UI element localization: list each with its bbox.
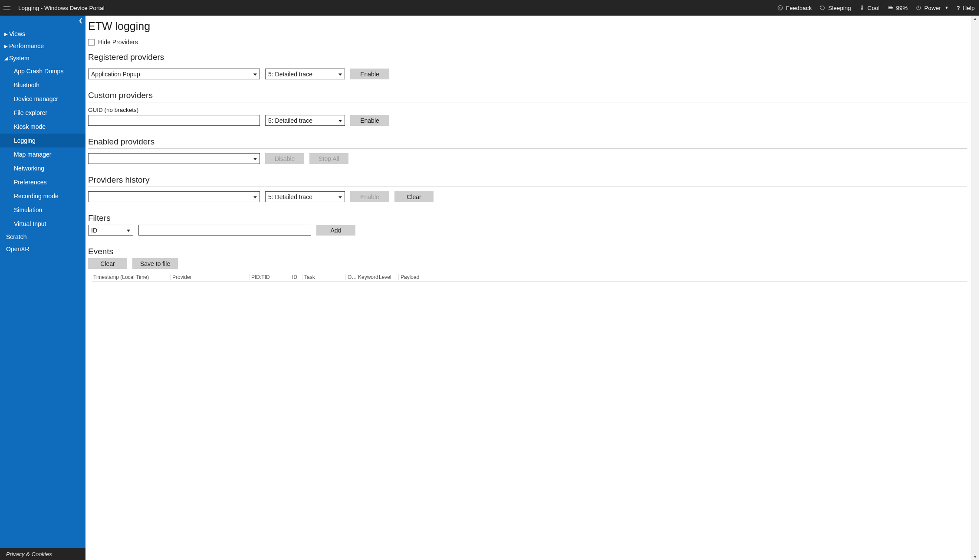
- custom-guid-hint: GUID (no brackets): [88, 107, 969, 113]
- enabled-provider-select[interactable]: [88, 153, 260, 164]
- power-icon: [916, 5, 922, 11]
- registered-level-value: 5: Detailed trace: [268, 71, 312, 78]
- divider: [88, 102, 967, 102]
- col-provider[interactable]: Provider: [171, 274, 250, 280]
- nav-networking[interactable]: Networking: [0, 161, 85, 175]
- hide-providers-label: Hide Providers: [98, 39, 138, 46]
- main-content: ETW logging Hide Providers Registered pr…: [85, 16, 971, 560]
- caret-right-icon: ▶: [4, 32, 8, 36]
- question-icon: ?: [956, 5, 960, 11]
- page-title: ETW logging: [88, 20, 969, 33]
- enabled-stopall-button[interactable]: Stop All: [309, 153, 348, 164]
- registered-providers-heading: Registered providers: [88, 52, 969, 62]
- svg-rect-5: [888, 7, 892, 9]
- nav-virtual-input[interactable]: Virtual Input: [0, 217, 85, 231]
- nav-scratch[interactable]: Scratch: [0, 231, 85, 243]
- collapse-sidebar-icon[interactable]: ❮: [79, 17, 83, 23]
- events-table-header: Timestamp (Local Time) Provider PID:TID …: [92, 273, 967, 282]
- nav-logging[interactable]: Logging: [0, 134, 85, 147]
- enabled-disable-button[interactable]: Disable: [265, 153, 304, 164]
- nav-system[interactable]: ◢ System: [0, 52, 85, 64]
- history-enable-button[interactable]: Enable: [350, 191, 389, 202]
- history-icon: [819, 5, 825, 11]
- divider: [88, 187, 967, 187]
- col-payload[interactable]: Payload: [399, 274, 967, 280]
- caret-right-icon: ▶: [4, 44, 8, 49]
- menu-icon[interactable]: [3, 3, 12, 12]
- power-menu[interactable]: Power ▼: [916, 5, 949, 11]
- vertical-scrollbar[interactable]: ▲ ▼: [971, 16, 979, 560]
- temperature-label: Cool: [867, 5, 880, 11]
- history-provider-select[interactable]: [88, 191, 260, 202]
- custom-guid-input[interactable]: [88, 115, 260, 126]
- nav-simulation[interactable]: Simulation: [0, 203, 85, 217]
- history-level-select[interactable]: 5: Detailed trace: [265, 191, 345, 202]
- svg-rect-4: [892, 7, 893, 8]
- nav-recording-mode[interactable]: Recording mode: [0, 189, 85, 203]
- col-level[interactable]: Level: [377, 274, 399, 280]
- filter-field-value: ID: [91, 227, 97, 234]
- col-keyword[interactable]: Keyword: [356, 274, 377, 280]
- nav-system-label: System: [9, 55, 30, 62]
- custom-level-value: 5: Detailed trace: [268, 117, 312, 124]
- registered-level-select[interactable]: 5: Detailed trace: [265, 69, 345, 79]
- filter-add-button[interactable]: Add: [316, 225, 355, 236]
- events-heading: Events: [88, 247, 969, 256]
- col-pidtid[interactable]: PID:TID: [250, 274, 290, 280]
- nav-kiosk-mode[interactable]: Kiosk mode: [0, 120, 85, 134]
- filters-heading: Filters: [88, 213, 969, 223]
- filter-field-select[interactable]: ID: [88, 225, 133, 236]
- divider: [88, 148, 967, 149]
- battery-label: 99%: [896, 5, 908, 11]
- registered-enable-button[interactable]: Enable: [350, 69, 389, 79]
- temperature-status[interactable]: Cool: [859, 5, 880, 11]
- window-title: Logging - Windows Device Portal: [18, 5, 105, 11]
- nav-openxr[interactable]: OpenXR: [0, 243, 85, 255]
- chevron-down-icon: ▼: [945, 6, 949, 10]
- col-timestamp[interactable]: Timestamp (Local Time): [92, 274, 171, 280]
- help-button[interactable]: ? Help: [956, 5, 975, 11]
- nav-bluetooth[interactable]: Bluetooth: [0, 78, 85, 92]
- custom-level-select[interactable]: 5: Detailed trace: [265, 115, 345, 126]
- custom-enable-button[interactable]: Enable: [350, 115, 389, 126]
- sleep-status[interactable]: Sleeping: [819, 5, 851, 11]
- power-label: Power: [924, 5, 941, 11]
- enabled-providers-heading: Enabled providers: [88, 137, 969, 147]
- nav-views-label: Views: [9, 30, 25, 37]
- feedback-label: Feedback: [786, 5, 811, 11]
- sleep-label: Sleeping: [828, 5, 851, 11]
- registered-provider-select[interactable]: Application Popup: [88, 69, 260, 79]
- smiley-icon: [777, 5, 783, 11]
- nav-views[interactable]: ▶ Views: [0, 28, 85, 40]
- caret-down-icon: ◢: [4, 56, 8, 61]
- scroll-down-icon[interactable]: ▼: [973, 555, 977, 559]
- col-id[interactable]: ID: [290, 274, 302, 280]
- sidebar: ❮ ▶ Views ▶ Performance ◢ System App Cra…: [0, 16, 85, 560]
- nav-map-manager[interactable]: Map manager: [0, 147, 85, 161]
- nav-app-crash-dumps[interactable]: App Crash Dumps: [0, 64, 85, 78]
- nav-preferences[interactable]: Preferences: [0, 175, 85, 189]
- divider: [88, 64, 967, 64]
- nav-performance-label: Performance: [9, 43, 44, 49]
- col-opcode[interactable]: O…: [346, 274, 356, 280]
- top-bar: Logging - Windows Device Portal Feedback…: [0, 0, 979, 16]
- col-task[interactable]: Task: [302, 274, 346, 280]
- events-save-button[interactable]: Save to file: [132, 258, 178, 269]
- help-label: Help: [963, 5, 975, 11]
- battery-icon: [887, 5, 894, 11]
- svg-point-0: [778, 6, 783, 10]
- history-level-value: 5: Detailed trace: [268, 193, 312, 200]
- battery-status[interactable]: 99%: [887, 5, 908, 11]
- feedback-button[interactable]: Feedback: [777, 5, 811, 11]
- history-clear-button[interactable]: Clear: [394, 191, 434, 202]
- thermometer-icon: [859, 5, 865, 11]
- scroll-up-icon[interactable]: ▲: [973, 16, 977, 21]
- nav-device-manager[interactable]: Device manager: [0, 92, 85, 106]
- filter-value-input[interactable]: [138, 225, 311, 236]
- nav-performance[interactable]: ▶ Performance: [0, 40, 85, 52]
- nav-file-explorer[interactable]: File explorer: [0, 106, 85, 120]
- privacy-cookies-link[interactable]: Privacy & Cookies: [0, 548, 85, 560]
- events-clear-button[interactable]: Clear: [88, 258, 127, 269]
- hide-providers-checkbox[interactable]: [88, 39, 95, 46]
- registered-provider-value: Application Popup: [91, 71, 140, 78]
